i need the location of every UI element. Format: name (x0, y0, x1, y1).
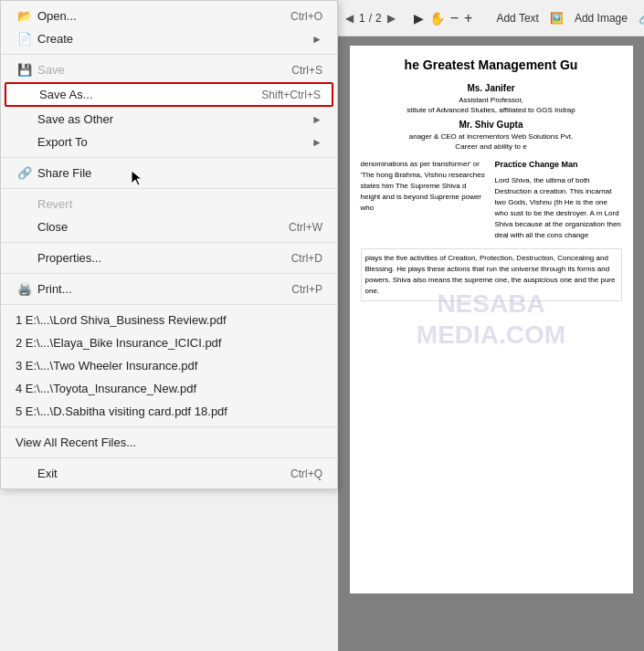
share-label: Share File (37, 166, 91, 180)
export-arrow: ► (311, 136, 322, 149)
open-icon: 📂 (16, 9, 34, 23)
exit-label: Exit (37, 467, 58, 480)
close-label: Close (37, 220, 68, 234)
pdf-col2: Practice Change Man Lord Shiva, the ulti… (495, 159, 622, 241)
author2-title: anager & CEO at Incrementors Web Solutio… (361, 131, 622, 142)
menu-item-create[interactable]: 📄 Create ► (1, 27, 337, 50)
menu-item-save-as[interactable]: Save As... Shift+Ctrl+S (5, 82, 333, 107)
revert-label: Revert (37, 197, 72, 211)
menu-item-recent3[interactable]: 3 E:\...\Two Wheeler Insurance.pdf (1, 354, 337, 377)
col1-text: denominations as per transformer' or 'Th… (361, 159, 488, 214)
save-icon: 💾 (16, 63, 34, 77)
page-current: 1 (359, 12, 365, 25)
menu-item-save: 💾 Save Ctrl+S (1, 58, 337, 81)
pdf-columns: denominations as per transformer' or 'Th… (361, 159, 622, 241)
menu-item-view-all-recent[interactable]: View All Recent Files... (1, 431, 337, 454)
zoom-in-icon[interactable]: + (464, 10, 472, 26)
save-as-other-arrow: ► (311, 113, 322, 126)
add-image-icon: 🖼️ (550, 12, 564, 25)
recent2-label: 2 E:\...\Elaya_Bike Insurance_ICICI.pdf (16, 336, 221, 350)
sep-after-share (1, 188, 337, 189)
pdf-main-title: he Greatest Management Gu (361, 57, 622, 75)
recent1-label: 1 E:\...\Lord Shiva_Business Review.pdf (16, 313, 227, 327)
pdf-content: NESABA MEDIA.COM he Greatest Management … (350, 46, 633, 593)
author1-affil: stitute of Advanced Studies, affiliated … (361, 105, 622, 115)
nav-left-icon[interactable]: ◀ (345, 12, 354, 25)
sep-before-exit (1, 457, 337, 458)
menu-item-properties[interactable]: Properties... Ctrl+D (1, 247, 337, 269)
page-total: 2 (375, 12, 382, 25)
author1-name: Ms. Janifer (361, 82, 622, 95)
link-icon: 🔗 (639, 12, 644, 25)
col2-header: Practice Change Man (495, 159, 622, 172)
pdf-area: ◀ 1 / 2 ▶ ▶ ✋ − + Add Text 🖼️ Add Image … (338, 0, 644, 651)
menu-item-recent4[interactable]: 4 E:\...\Toyota_Insurance_New.pdf (1, 377, 337, 400)
add-text-btn[interactable]: Add Text (491, 8, 544, 28)
view-all-label: View All Recent Files... (16, 436, 136, 449)
nav-right-icon[interactable]: ▶ (387, 12, 396, 25)
menu-item-close[interactable]: Close Ctrl+W (1, 215, 337, 238)
pdf-col1: denominations as per transformer' or 'Th… (361, 159, 488, 241)
print-label: Print... (37, 282, 72, 296)
menu-item-recent5[interactable]: 5 E:\...\D.Sabitha visiting card.pdf 18.… (1, 400, 337, 423)
recent4-label: 4 E:\...\Toyota_Insurance_New.pdf (16, 382, 196, 395)
menu-item-exit[interactable]: Exit Ctrl+Q (1, 462, 337, 485)
author2-name: Mr. Shiv Gupta (361, 119, 622, 131)
pdf-authors: Ms. Janifer Assistant Professor, stitute… (361, 82, 622, 152)
author2-subtitle: Career and ability to e (361, 142, 622, 152)
create-label: Create (37, 32, 73, 46)
save-label: Save (37, 63, 65, 77)
recent3-label: 3 E:\...\Two Wheeler Insurance.pdf (16, 359, 197, 373)
menu-item-share[interactable]: 🔗 Share File (1, 162, 337, 184)
file-menu: 📂 Open... Ctrl+O 📄 Create ► 💾 Save Ctrl+… (0, 0, 338, 489)
share-icon: 🔗 (16, 166, 34, 180)
create-icon: 📄 (16, 32, 34, 46)
save-as-shortcut: Shift+Ctrl+S (261, 89, 321, 101)
menu-item-export[interactable]: Export To ► (1, 131, 337, 153)
hand-tool-icon[interactable]: ✋ (429, 11, 445, 26)
menu-item-save-as-other[interactable]: Save as Other ► (1, 108, 337, 131)
sep-after-print (1, 304, 337, 305)
author1-title: Assistant Professor, (361, 95, 622, 105)
pdf-bottom-text: plays the five activities of Creation, P… (361, 248, 622, 301)
open-label: Open... (37, 9, 77, 23)
zoom-out-icon[interactable]: − (450, 10, 459, 26)
menu-item-print[interactable]: 🖨️ Print... Ctrl+P (1, 278, 337, 300)
menu-item-recent1[interactable]: 1 E:\...\Lord Shiva_Business Review.pdf (1, 309, 337, 331)
add-image-btn[interactable]: Add Image (569, 8, 633, 28)
create-arrow: ► (311, 33, 322, 46)
save-as-other-label: Save as Other (37, 112, 113, 126)
sep-after-export (1, 157, 337, 158)
sep-after-close (1, 242, 337, 243)
menu-item-recent2[interactable]: 2 E:\...\Elaya_Bike Insurance_ICICI.pdf (1, 331, 337, 354)
save-as-label: Save As... (39, 88, 93, 101)
properties-label: Properties... (37, 251, 101, 265)
exit-shortcut: Ctrl+Q (290, 467, 322, 480)
sep-after-recents (1, 426, 337, 427)
col2-text: Lord Shiva, the ultima of both Destructi… (495, 175, 622, 241)
menu-item-open[interactable]: 📂 Open... Ctrl+O (1, 5, 337, 27)
sep-after-create (1, 54, 337, 55)
close-shortcut: Ctrl+W (289, 221, 322, 234)
cursor-tool-icon[interactable]: ▶ (414, 11, 424, 26)
print-icon: 🖨️ (16, 282, 34, 296)
pdf-toolbar: ◀ 1 / 2 ▶ ▶ ✋ − + Add Text 🖼️ Add Image … (338, 0, 644, 37)
export-label: Export To (37, 135, 88, 149)
print-shortcut: Ctrl+P (291, 283, 322, 296)
save-shortcut: Ctrl+S (291, 64, 322, 77)
menu-item-revert: Revert (1, 193, 337, 215)
properties-shortcut: Ctrl+D (291, 252, 322, 265)
sep-after-props (1, 273, 337, 274)
page-nav: 1 / 2 (359, 12, 382, 25)
recent5-label: 5 E:\...\D.Sabitha visiting card.pdf 18.… (16, 404, 227, 418)
open-shortcut: Ctrl+O (290, 10, 322, 23)
